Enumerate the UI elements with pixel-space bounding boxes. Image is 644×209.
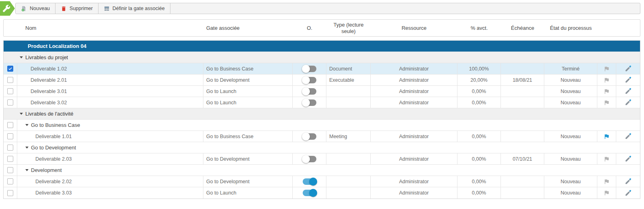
edit-pencil-icon[interactable] [625,178,632,185]
edit-pencil-icon[interactable] [625,88,632,95]
new-button-label: Nouveau [30,6,50,11]
group-cell: Livrables de l'activité [4,108,640,119]
flag-icon[interactable] [603,178,610,185]
column-header-o[interactable]: O. [293,25,326,31]
percent-cell: 0,00% [457,131,501,142]
new-button[interactable]: Nouveau [16,3,55,14]
flag-icon[interactable] [603,66,610,72]
column-header-type[interactable]: Type (lecture seule) [326,22,371,34]
mandatory-toggle[interactable] [303,178,316,185]
table-row: Deliverable 3.01 Go to Launch Administra… [4,86,640,97]
row-checkbox[interactable] [7,178,13,184]
new-document-icon [21,6,27,12]
mandatory-toggle[interactable] [303,88,316,95]
edit-pencil-icon[interactable] [625,190,632,197]
table-row: Deliverable 3.02 Go to Launch Administra… [4,97,640,108]
flag-icon[interactable] [603,77,610,83]
row-checkbox[interactable] [7,133,13,139]
mandatory-toggle[interactable] [303,66,316,72]
due-date-cell: 18/08/21 [501,74,544,85]
collapse-triangle-icon[interactable] [25,124,29,126]
column-header-gate[interactable]: Gate associée [203,25,293,31]
type-cell: Executable [326,74,371,85]
collapse-triangle-icon[interactable] [25,147,29,149]
delete-button[interactable]: Supprimer [55,3,98,14]
mandatory-toggle[interactable] [303,77,316,83]
group-label: Livrables du projet [25,54,68,60]
due-date-cell [501,97,544,108]
toggle-knob [302,155,310,163]
subgroup-label: Development [31,167,62,173]
mandatory-toggle[interactable] [303,156,316,162]
subgroup-row-development: Development [4,165,640,176]
toggle-cell [293,153,326,164]
resource-cell: Administrator [371,86,457,97]
percent-cell: 20,00% [457,74,501,85]
type-cell: Meeting [326,131,371,142]
gate-cell: Go to Development [203,153,293,164]
flag-icon[interactable] [603,88,610,95]
edit-pencil-icon[interactable] [625,77,632,83]
check-icon [8,66,12,71]
mandatory-toggle[interactable] [303,190,316,196]
mandatory-toggle[interactable] [303,133,316,140]
row-checkbox[interactable] [7,88,13,94]
toggle-cell [293,176,326,187]
table-row: Deliverable 1.01 Go to Business Case Mee… [4,131,640,142]
subgroup-row-go-to-development: Go to Development [4,142,640,153]
collapse-triangle-icon[interactable] [20,56,23,58]
toggle-cell [293,131,326,142]
percent-cell: 0,00% [457,153,501,164]
toggle-cell [293,74,326,85]
toggle-cell [293,187,326,199]
row-checkbox[interactable] [7,99,13,106]
column-header-row: Nom Gate associée O. Type (lecture seule… [3,19,640,37]
edit-pencil-icon[interactable] [625,133,632,140]
percent-cell: 0,00% [457,176,501,187]
flag-icon[interactable] [603,190,610,196]
edit-pencil-icon[interactable] [625,65,632,72]
subgroup-row-go-to-business-case: Go to Business Case [4,120,640,131]
flag-icon[interactable] [603,133,610,140]
collapse-triangle-icon[interactable] [25,169,29,171]
due-date-cell: 07/10/21 [501,153,544,164]
resource-cell: Administrator [371,131,457,142]
deliverable-name: Deliverable 1.02 [17,63,203,74]
gate-cell: Go to Development [203,176,293,187]
gate-cell: Go to Business Case [203,131,293,142]
column-header-etat[interactable]: État du processus [544,25,597,31]
flag-cell [597,86,616,97]
flag-cell [597,153,616,164]
deliverable-name: Deliverable 3.01 [17,86,203,97]
row-checkbox[interactable] [7,66,13,72]
flag-icon[interactable] [603,156,610,162]
percent-cell: 100,00% [457,63,501,74]
edit-cell [616,187,640,199]
row-checkbox[interactable] [7,167,13,173]
deliverables-table: Product Localization 04 Livrables du pro… [3,40,640,199]
edit-pencil-icon[interactable] [625,155,632,162]
group-label: Livrables de l'activité [25,111,74,117]
row-checkbox[interactable] [7,190,13,196]
column-header-nom[interactable]: Nom [17,25,203,31]
collapse-triangle-icon[interactable] [20,113,23,115]
flag-icon[interactable] [603,99,610,106]
define-gate-button-label: Définir la gate associée [113,6,165,11]
column-header-ressource[interactable]: Ressource [371,25,457,31]
mandatory-toggle[interactable] [303,99,316,106]
column-header-echeance[interactable]: Échéance [501,25,544,31]
toggle-knob [309,178,317,186]
row-checkbox[interactable] [7,77,13,83]
row-checkbox[interactable] [7,156,13,162]
row-checkbox[interactable] [7,122,13,128]
column-header-pct[interactable]: % avct. [457,25,501,31]
checkbox-cell [4,63,17,74]
row-checkbox[interactable] [7,145,13,151]
define-gate-button[interactable]: Définir la gate associée [98,3,170,14]
due-date-cell [501,63,544,74]
edit-pencil-icon[interactable] [625,99,632,106]
subgroup-label: Go to Development [31,145,76,151]
subgroup-cell: Development [17,165,640,176]
toggle-cell [293,63,326,74]
table-row: Deliverable 2.02 Go to Development Admin… [4,176,640,187]
